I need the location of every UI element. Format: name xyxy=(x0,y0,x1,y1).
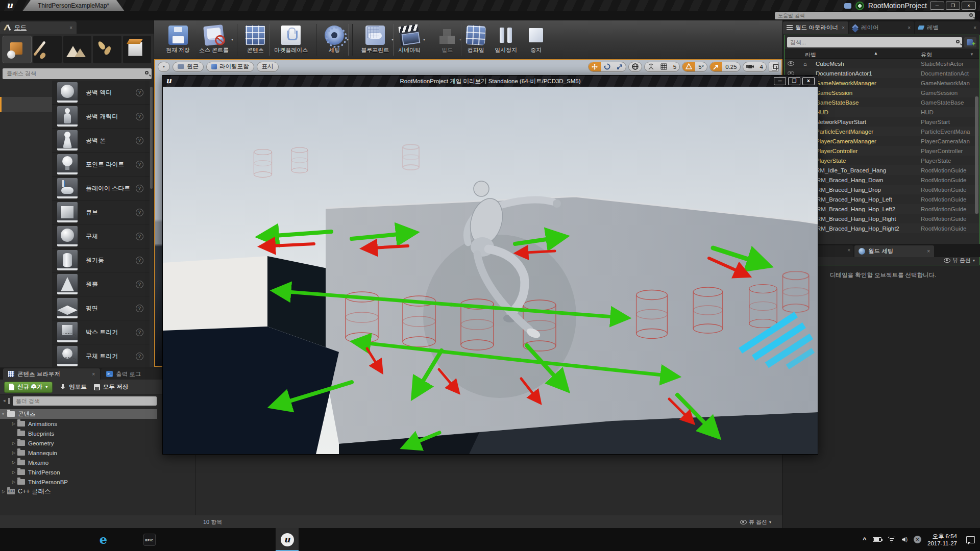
close-icon[interactable]: × xyxy=(842,25,845,31)
panel-splitter[interactable] xyxy=(195,455,195,515)
class-search-input[interactable]: 클래스 검색 xyxy=(3,68,152,79)
expander-arrow-icon[interactable]: ▷ xyxy=(12,441,17,445)
expander-arrow-icon[interactable]: ▷ xyxy=(12,470,17,474)
camera-speed-icon[interactable] xyxy=(743,62,757,72)
pause-button[interactable]: 일시정지 xyxy=(490,24,522,56)
outliner-tab[interactable]: 월드 아웃라이너 × xyxy=(783,21,848,34)
unreal-engine-icon[interactable]: u xyxy=(276,528,299,551)
help-icon[interactable]: ? xyxy=(136,257,143,264)
folder-tree-item[interactable]: ▷ ThirdPersonBP xyxy=(0,477,782,487)
placeable-item[interactable]: 구체 트리거 ? xyxy=(52,344,150,367)
settings-button[interactable]: ▾ 세팅 xyxy=(316,24,349,56)
placement-category[interactable] xyxy=(0,82,52,97)
help-icon[interactable]: ? xyxy=(136,353,143,360)
outliner-tab[interactable]: 레이어 × xyxy=(849,21,914,34)
wifi-icon[interactable] xyxy=(888,537,896,543)
close-icon[interactable]: × xyxy=(927,248,930,254)
help-icon[interactable]: ? xyxy=(136,209,143,216)
scale-snap-toggle[interactable] xyxy=(710,62,722,72)
preview-title-bar[interactable]: u RootMotionProject 게임 미리보기 Standalone (… xyxy=(163,76,818,87)
close-icon[interactable]: × xyxy=(69,25,72,31)
move-tool-button[interactable] xyxy=(589,62,601,72)
placeable-item[interactable]: 원기둥 ? xyxy=(52,248,150,272)
close-icon[interactable]: × xyxy=(973,25,976,31)
outliner-view-options-button[interactable]: 뷰 옵션▾ xyxy=(944,257,975,264)
geometry-mode-tab[interactable] xyxy=(123,36,151,63)
placeable-item[interactable]: 구체 ? xyxy=(52,224,150,248)
perspective-button[interactable]: 원근 xyxy=(173,62,204,72)
expander-arrow-icon[interactable]: ▷ xyxy=(12,480,17,484)
battery-icon[interactable] xyxy=(873,537,881,542)
edge-icon[interactable]: e xyxy=(92,528,115,551)
surface-snap-toggle[interactable] xyxy=(645,62,657,72)
visual-studio-icon[interactable] xyxy=(207,528,230,551)
landscape-mode-tab[interactable] xyxy=(63,36,91,63)
rotation-snap-toggle[interactable] xyxy=(682,62,695,72)
placement-category[interactable] xyxy=(0,158,52,173)
round-app-icon[interactable] xyxy=(161,528,184,551)
close-icon[interactable]: × xyxy=(908,25,911,31)
label-column-header[interactable]: 라벨 xyxy=(805,51,816,59)
maximize-viewport-button[interactable] xyxy=(769,62,779,72)
placeable-item[interactable]: 포인트 라이트 ? xyxy=(52,153,150,177)
world-settings-tab[interactable]: 월드 세팅 × xyxy=(854,245,934,257)
task-view-button[interactable] xyxy=(46,528,69,551)
rotation-snap-value[interactable]: 5° xyxy=(695,62,707,72)
grid-snap-value[interactable]: 5 xyxy=(670,62,679,72)
help-icon[interactable]: ? xyxy=(136,137,143,144)
close-icon[interactable]: × xyxy=(92,371,95,377)
camera-speed-value[interactable]: 4 xyxy=(757,62,766,72)
volume-icon[interactable]: ) xyxy=(902,537,908,542)
help-icon[interactable]: ? xyxy=(136,89,143,96)
outliner-tab[interactable]: 레벨 × xyxy=(915,21,980,34)
expander-arrow-icon[interactable]: ▷ xyxy=(12,421,17,426)
sort-ascending-icon[interactable]: ▲ xyxy=(874,51,878,56)
notepad-icon[interactable] xyxy=(253,528,276,551)
close-button[interactable]: × xyxy=(802,77,815,85)
level-tab[interactable]: ThirdPersonExampleMap* xyxy=(22,0,125,11)
outliner-search-input[interactable]: 검색... xyxy=(787,37,962,47)
expander-arrow-icon[interactable]: ▷ xyxy=(2,489,7,494)
minimize-button[interactable]: ─ xyxy=(930,2,944,10)
show-button[interactable]: 표시 xyxy=(257,62,279,72)
blueprints-button[interactable]: ▾ 블루프린트 xyxy=(352,24,394,56)
placement-category[interactable] xyxy=(0,143,52,158)
placeable-item[interactable]: 공백 액터 ? xyxy=(52,81,150,105)
help-icon[interactable]: ? xyxy=(136,233,143,240)
firefox-icon[interactable] xyxy=(69,528,92,551)
placeable-item[interactable]: 원뿔 ? xyxy=(52,272,150,296)
close-button[interactable]: × xyxy=(962,2,976,10)
placeable-item[interactable]: 공백 캐릭터 ? xyxy=(52,105,150,129)
grid-snap-toggle[interactable] xyxy=(657,62,670,72)
compile-button[interactable]: 컴파일 xyxy=(461,24,490,56)
taskbar-clock[interactable]: 오후 6:54 2017-11-27 xyxy=(927,533,957,547)
scrollbar[interactable] xyxy=(150,87,153,189)
stop-button[interactable]: 중지 xyxy=(522,24,550,56)
paint-mode-tab[interactable] xyxy=(33,36,61,63)
modes-tab[interactable]: 모드 × xyxy=(0,21,77,34)
help-icon[interactable]: ? xyxy=(136,161,143,168)
help-icon[interactable]: ? xyxy=(136,305,143,312)
help-icon[interactable]: ? xyxy=(136,185,143,192)
folder-tree-item[interactable]: ▷ Mixamo xyxy=(0,458,782,467)
content-view-options-button[interactable]: 뷰 옵션▾ xyxy=(740,518,771,526)
chevron-down-icon[interactable]: ▾ xyxy=(231,37,233,42)
CubeMesh[interactable]: ⌂ CubeMesh StaticMeshActor xyxy=(785,59,979,68)
expander-arrow-icon[interactable]: ▷ xyxy=(12,450,17,455)
epic-games-icon[interactable]: EPIC xyxy=(138,528,161,551)
placeable-item[interactable]: 플레이어 스타트 ? xyxy=(52,177,150,201)
help-search-input[interactable]: 도움말 검색 xyxy=(775,12,975,19)
lit-mode-button[interactable]: 라이팅포함 xyxy=(206,62,254,72)
viewport-options-button[interactable]: ▾ xyxy=(158,62,170,72)
placement-category[interactable] xyxy=(0,128,52,143)
world-local-toggle[interactable] xyxy=(629,62,642,72)
import-button[interactable]: 임포트 xyxy=(60,383,87,391)
scale-tool-button[interactable] xyxy=(614,62,626,72)
chevron-down-icon[interactable]: ▾ xyxy=(423,37,425,42)
build-button[interactable]: ▾ 빌드 xyxy=(429,24,461,56)
help-icon[interactable]: ? xyxy=(136,329,143,336)
media-app-icon[interactable] xyxy=(230,528,253,551)
place-mode-tab[interactable] xyxy=(3,36,32,63)
add-actor-button[interactable] xyxy=(964,37,976,47)
placement-category[interactable] xyxy=(0,97,52,112)
